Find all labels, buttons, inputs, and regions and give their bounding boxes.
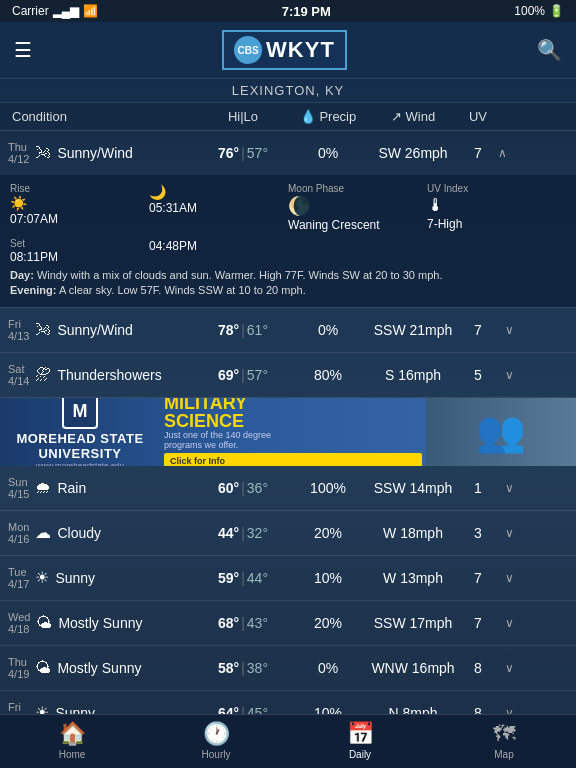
ad-university2: UNIVERSITY <box>38 446 121 461</box>
ad-cta-button[interactable]: Click for Info <box>164 453 422 466</box>
hourly-icon: 🕐 <box>203 721 230 747</box>
forecast-row-mon416: Mon4/16 ☁ Cloudy 44°|32° 20% W 18mph 3 ∨ <box>0 511 576 556</box>
weather-icon-fri413: 🌬 <box>35 321 51 339</box>
wind-mon416: W 18mph <box>368 525 458 541</box>
bottom-nav: 🏠 Home 🕐 Hourly 📅 Daily 🗺 Map <box>0 714 576 768</box>
hilo-thu419: 58°|38° <box>198 660 288 676</box>
logo-text: WKYT <box>266 37 335 63</box>
forecast-row-main-thu419[interactable]: Thu4/19 🌤 Mostly Sunny 58°|38° 0% WNW 16… <box>0 646 576 690</box>
nav-label-home: Home <box>59 749 86 760</box>
forecast-row-main-mon416[interactable]: Mon4/16 ☁ Cloudy 44°|32° 20% W 18mph 3 ∨ <box>0 511 576 555</box>
condition-text-tue417: Sunny <box>55 570 95 586</box>
home-icon: 🏠 <box>59 721 86 747</box>
wind-wed418: SSW 17mph <box>368 615 458 631</box>
ad-title2: SCIENCE <box>164 412 422 430</box>
expanded-thu412: Rise ☀️ 07:07AM 🌙 05:31AM Moon Phase 🌘 W… <box>0 175 576 307</box>
chevron-fri420[interactable]: ∨ <box>498 706 520 714</box>
ad-university: MOREHEAD STATE <box>16 431 143 446</box>
chevron-fri413[interactable]: ∨ <box>498 323 520 337</box>
sub-moonrise-thu412: 🌙 05:31AM <box>149 183 288 232</box>
signal-icon: ▂▄▆ <box>53 4 80 18</box>
wind-sun415: SSW 14mph <box>368 480 458 496</box>
day-info-sat414: Sat4/14 ⛈ Thundershowers <box>8 363 198 387</box>
condition-text-thu419: Mostly Sunny <box>57 660 141 676</box>
menu-icon[interactable]: ☰ <box>14 38 32 62</box>
forecast-row-fri420: Fri4/20 ☀ Sunny 64°|45° 10% N 8mph 8 ∨ <box>0 691 576 714</box>
nav-item-home[interactable]: 🏠 Home <box>0 721 144 760</box>
nav-item-map[interactable]: 🗺 Map <box>432 721 576 760</box>
expanded-sub-thu412: Rise ☀️ 07:07AM 🌙 05:31AM Moon Phase 🌘 W… <box>10 183 566 232</box>
uv-tue417: 7 <box>458 570 498 586</box>
nav-item-hourly[interactable]: 🕐 Hourly <box>144 721 288 760</box>
battery-text: 100% <box>514 4 545 18</box>
sub-moonset-thu412: 04:48PM <box>149 238 288 264</box>
forecast-row-main-wed418[interactable]: Wed4/18 🌤 Mostly Sunny 68°|43° 20% SSW 1… <box>0 601 576 645</box>
chevron-sun415[interactable]: ∨ <box>498 481 520 495</box>
sub-uvindex-thu412: UV Index 🌡 7-High <box>427 183 566 232</box>
precip-mon416: 20% <box>288 525 368 541</box>
forecast-row-main-tue417[interactable]: Tue4/17 ☀ Sunny 59°|44° 10% W 13mph 7 ∨ <box>0 556 576 600</box>
condition-text-fri413: Sunny/Wind <box>57 322 132 338</box>
uv-thu419: 8 <box>458 660 498 676</box>
ad-title: MILITARY <box>164 398 422 413</box>
chevron-thu419[interactable]: ∨ <box>498 661 520 675</box>
weather-icon-wed418: 🌤 <box>36 614 52 632</box>
forecast-row-main-sat414[interactable]: Sat4/14 ⛈ Thundershowers 69°|57° 80% S 1… <box>0 353 576 397</box>
map-icon: 🗺 <box>493 721 515 747</box>
condition-text-sat414: Thundershowers <box>57 367 161 383</box>
ad-image-soldiers: 👥 <box>476 408 526 455</box>
chevron-mon416[interactable]: ∨ <box>498 526 520 540</box>
forecast-row-fri413: Fri4/13 🌬 Sunny/Wind 78°|61° 0% SSW 21mp… <box>0 308 576 353</box>
wind-fri420: N 8mph <box>368 705 458 714</box>
precip-sun415: 100% <box>288 480 368 496</box>
chevron-sat414[interactable]: ∨ <box>498 368 520 382</box>
hilo-sat414: 69°|57° <box>198 367 288 383</box>
forecast-row-wed418: Wed4/18 🌤 Mostly Sunny 68°|43° 20% SSW 1… <box>0 601 576 646</box>
forecast-row-main-sun415[interactable]: Sun4/15 🌧 Rain 60°|36° 100% SSW 14mph 1 … <box>0 466 576 510</box>
nav-label-daily: Daily <box>349 749 371 760</box>
weather-icon-thu412: 🌬 <box>35 144 51 162</box>
weather-icon-sun415: 🌧 <box>35 479 51 497</box>
nav-label-hourly: Hourly <box>202 749 231 760</box>
chevron-wed418[interactable]: ∨ <box>498 616 520 630</box>
battery-icon: 🔋 <box>549 4 564 18</box>
nav-item-daily[interactable]: 📅 Daily <box>288 721 432 760</box>
weather-icon-mon416: ☁ <box>35 523 51 542</box>
uv-sat414: 5 <box>458 367 498 383</box>
ad-subtitle2: programs we offer. <box>164 440 422 450</box>
forecast-row-thu412: Thu4/12 🌬 Sunny/Wind 76°|57° 0% SW 26mph… <box>0 131 576 308</box>
day-info-wed418: Wed4/18 🌤 Mostly Sunny <box>8 611 198 635</box>
forecast-row-thu419: Thu4/19 🌤 Mostly Sunny 58°|38° 0% WNW 16… <box>0 646 576 691</box>
app-logo: CBS WKYT <box>222 30 347 70</box>
search-icon[interactable]: 🔍 <box>537 38 562 62</box>
desc-thu412: Day: Windy with a mix of clouds and sun.… <box>10 268 566 299</box>
forecast-row-main-thu412[interactable]: Thu4/12 🌬 Sunny/Wind 76°|57° 0% SW 26mph… <box>0 131 576 175</box>
wind-fri413: SSW 21mph <box>368 322 458 338</box>
forecast-scroll[interactable]: Thu4/12 🌬 Sunny/Wind 76°|57° 0% SW 26mph… <box>0 131 576 714</box>
column-headers: Condition Hi|Lo 💧 Precip ↗ Wind UV <box>0 103 576 131</box>
sub-set-thu412: Set 08:11PM <box>10 238 149 264</box>
precip-fri413: 0% <box>288 322 368 338</box>
col-wind: ↗ Wind <box>368 109 458 124</box>
ad-website: www.moreheadstate.edu <box>36 461 124 466</box>
nav-label-map: Map <box>494 749 513 760</box>
day-info-thu412: Thu4/12 🌬 Sunny/Wind <box>8 141 198 165</box>
weather-icon-fri420: ☀ <box>35 703 49 714</box>
condition-text-sun415: Rain <box>57 480 86 496</box>
col-precip: 💧 Precip <box>288 109 368 124</box>
ad-banner[interactable]: M MOREHEAD STATE UNIVERSITY www.morehead… <box>0 398 576 466</box>
uv-wed418: 7 <box>458 615 498 631</box>
hilo-thu412: 76°|57° <box>198 145 288 161</box>
forecast-row-main-fri413[interactable]: Fri4/13 🌬 Sunny/Wind 78°|61° 0% SSW 21mp… <box>0 308 576 352</box>
hilo-tue417: 59°|44° <box>198 570 288 586</box>
forecast-row-main-fri420[interactable]: Fri4/20 ☀ Sunny 64°|45° 10% N 8mph 8 ∨ <box>0 691 576 714</box>
precip-tue417: 10% <box>288 570 368 586</box>
ad-image: 👥 <box>426 398 576 466</box>
logo-circle: CBS <box>234 36 262 64</box>
expanded-sub2-thu412: Set 08:11PM 04:48PM <box>10 238 566 264</box>
condition-text-mon416: Cloudy <box>57 525 101 541</box>
uv-fri413: 7 <box>458 322 498 338</box>
weather-icon-sat414: ⛈ <box>35 366 51 384</box>
chevron-tue417[interactable]: ∨ <box>498 571 520 585</box>
day-info-tue417: Tue4/17 ☀ Sunny <box>8 566 198 590</box>
